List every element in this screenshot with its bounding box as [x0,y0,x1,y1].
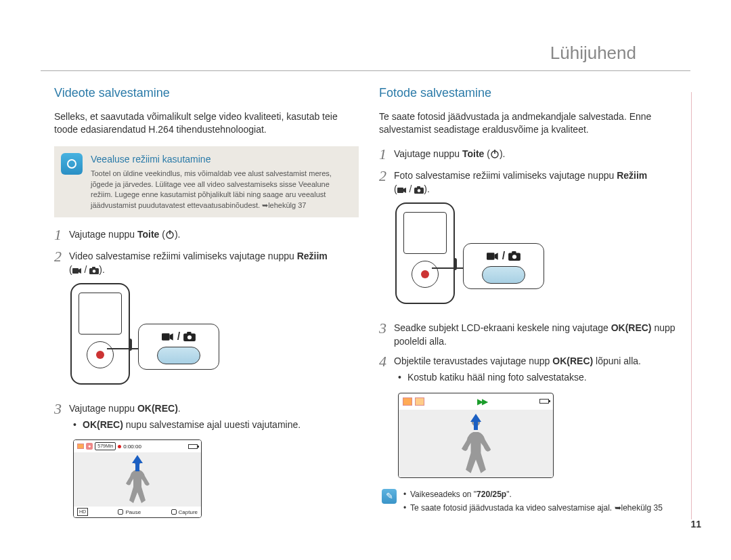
home-icon [403,397,412,406]
svg-rect-18 [512,251,516,254]
text: nupu salvestamise ajal uuesti vajutamine… [123,419,301,430]
bold: OK(REC) [611,322,652,333]
mode-icons: / [162,329,195,344]
up-arrow-icon [132,455,143,463]
hd-badge: HD [77,508,88,516]
text: ( [159,229,165,240]
camcorder-outline [70,283,130,385]
mode-button-callout: / [463,243,544,289]
text: ( [484,148,490,159]
step-number: 1 [379,146,394,163]
home-icon [77,444,84,449]
bold: OK(REC) [137,403,178,414]
left-step-3: 3 Vajutage nuppu OK(REC). OK(REC) nupu s… [54,401,359,434]
step-number: 2 [54,249,69,265]
stby-badge: ● [86,443,93,450]
battery-icon [188,444,198,449]
text: ). [424,184,430,194]
bullet: OK(REC) nupu salvestamise ajal uuesti va… [77,418,359,432]
note-body: Tootel on üldine veekindlus, mis võimald… [91,169,351,211]
svg-rect-14 [417,186,420,188]
text: Foto salvestamise režiimi valimiseks vaj… [394,170,617,181]
step-body: Vajutage nuppu Toite (). [394,146,684,161]
text: ). [500,148,506,159]
left-step-1: 1 Vajutage nuppu Toite (). [54,227,359,243]
text: ". [506,490,512,499]
text: Vaikeseadeks on " [410,490,477,499]
right-step-1: 1 Vajutage nuppu Toite (). [379,146,684,163]
step-body: Foto salvestamise režiimi valimiseks vaj… [394,168,684,196]
camcorder-outline [395,202,455,304]
step-number: 1 [54,227,69,243]
page-number: 11 [690,518,701,532]
left-step-2: 2 Video salvestamise režiimi valimiseks … [54,249,359,276]
lcd-top-bar: ● 579Min 0:00:00 [74,440,201,452]
rec-time: 0:00:00 [123,443,141,450]
device-illustration-right: / [395,202,571,311]
info-line-1: Vaikeseadeks on "720/25p". [403,489,663,500]
bold: OK(REC) [83,419,123,430]
section-title-video: Videote salvestamine [54,85,359,102]
lcd-viewport [74,452,201,507]
mode-button-icon [482,266,525,284]
svg-rect-6 [162,333,170,340]
side-divider [691,92,692,519]
text: ). [175,229,181,240]
lcd-photo-preview: ▶▶ [398,393,554,479]
right-step-4: 4 Objektile teravustades vajutage nupp O… [379,353,684,387]
bold: Toite [462,148,484,159]
text: Video salvestamise režiimi valimiseks va… [69,251,297,261]
section-title-photo: Fotode salvestamine [379,85,684,102]
camera-icon [414,186,424,194]
photo-viewport [399,410,553,477]
memory-icon [415,397,424,406]
video-icon [397,187,407,194]
capture-label: Capture [179,509,198,516]
subject-silhouette [458,422,493,477]
svg-rect-16 [487,253,495,259]
mode-button-callout: / [138,324,219,370]
step-body: Vajutage nuppu OK(REC). OK(REC) nupu sal… [69,401,359,434]
battery-icon [539,399,549,404]
text: Vajutage nuppu [69,229,137,240]
mode-button-icon [157,347,200,364]
step-body: Video salvestamise režiimi valimiseks va… [69,249,359,276]
mode-icons: / [487,249,520,263]
bold: Toite [137,229,159,240]
pause-label: Pause [125,509,141,516]
photo-top-bar: ▶▶ [399,393,553,410]
power-icon [490,149,500,158]
page-title: Lühijuhend [550,43,636,63]
svg-point-19 [512,255,516,259]
bold: Režiim [297,251,328,261]
bold: Režiim [617,170,647,181]
video-icon [72,267,82,274]
step-number: 4 [379,353,394,370]
lcd-bottom-bar: HD Pause Capture [74,507,201,517]
info-icon: ✎ [382,489,397,504]
bold: 720/25p [477,490,506,499]
step-body: Seadke subjekt LCD-ekraani keskele ning … [394,320,684,348]
focus-arrows-icon: ▶▶ [477,396,487,408]
svg-point-5 [93,270,95,272]
goggles-icon [61,153,83,175]
page-header: Lühijuhend [41,0,690,71]
rec-dot-icon [118,445,121,448]
info-note: ✎ Vaikeseadeks on "720/25p". Te saate fo… [379,489,684,516]
bold: OK(REC) [552,356,593,366]
min-remaining: 579Min [95,442,116,450]
svg-rect-12 [397,188,403,193]
power-icon [165,230,175,239]
camera-icon [89,267,99,274]
step-number: 2 [379,168,394,184]
text: Vajutage nuppu [69,403,137,414]
text: ). [99,264,105,275]
right-step-3: 3 Seadke subjekt LCD-ekraani keskele nin… [379,320,684,348]
info-line-2: Te saate fotosid jäädvustada ka video sa… [403,502,663,514]
step-number: 3 [379,320,394,337]
content-columns: Videote salvestamine Selleks, et saavuta… [0,71,731,518]
up-arrow-icon [470,414,481,422]
text: . [178,403,181,414]
step-number: 3 [54,401,69,417]
svg-rect-2 [72,268,79,274]
